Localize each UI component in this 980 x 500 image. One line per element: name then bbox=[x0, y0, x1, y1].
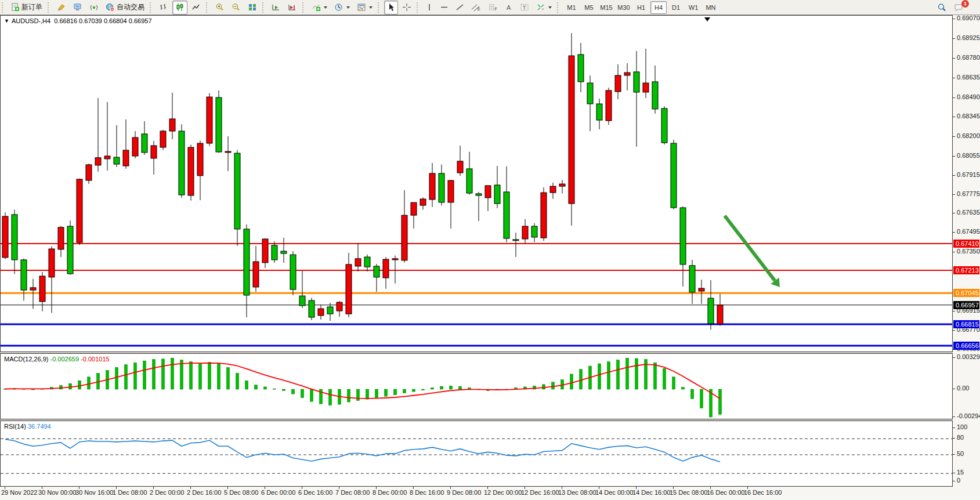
level-price-label: 0.66815 bbox=[953, 320, 979, 328]
time-tick-label: 5 Dec 08:00 bbox=[224, 489, 258, 496]
time-tick bbox=[265, 487, 265, 489]
toolbar-grip bbox=[206, 2, 210, 13]
auto-trading-button[interactable]: 自动交易 bbox=[103, 1, 147, 15]
price-tick-label: 0.67495 bbox=[957, 228, 980, 235]
crosshair-tool-button[interactable] bbox=[399, 1, 414, 15]
time-tick-label: 13 Dec 08:00 bbox=[558, 489, 596, 496]
highlighter-button[interactable] bbox=[54, 1, 69, 15]
timeframe-button-m1[interactable]: M1 bbox=[563, 1, 580, 14]
timeframe-button-mn[interactable]: MN bbox=[703, 1, 719, 14]
search-button[interactable] bbox=[934, 1, 950, 15]
timeframe-button-d1[interactable]: D1 bbox=[668, 1, 684, 14]
channel-tool-button[interactable]: E bbox=[468, 1, 484, 15]
time-tick bbox=[302, 487, 302, 489]
price-tick-label: 0.67915 bbox=[957, 171, 980, 178]
macd-canvas[interactable] bbox=[1, 354, 952, 419]
time-tick bbox=[636, 487, 637, 489]
rsi-axis-label: 80 bbox=[957, 434, 964, 441]
arrows-tool-button[interactable] bbox=[533, 1, 555, 15]
time-tick-label: 7 Dec 08:00 bbox=[335, 489, 370, 496]
timeframe-button-m15[interactable]: M15 bbox=[598, 1, 614, 14]
time-tick bbox=[5, 487, 5, 489]
cursor-tool-button[interactable] bbox=[384, 1, 398, 15]
vertical-line-tool-button[interactable] bbox=[423, 1, 436, 15]
timeframe-button-w1[interactable]: W1 bbox=[685, 1, 701, 14]
chart-shift-button[interactable] bbox=[285, 1, 300, 15]
timeframe-button-h4[interactable]: H4 bbox=[650, 1, 667, 14]
trend-arrow[interactable] bbox=[725, 216, 775, 281]
horizontal-line-tool-button[interactable] bbox=[437, 1, 451, 15]
rsi-axis-label: 0 bbox=[957, 477, 960, 484]
chart-title: ▼AUDUSD-,H4 0.66816 0.67039 0.66804 0.66… bbox=[4, 17, 152, 24]
time-tick bbox=[562, 487, 562, 489]
indicators-button[interactable] bbox=[309, 1, 330, 15]
text-tool-button[interactable]: A bbox=[502, 1, 516, 15]
periods-button[interactable] bbox=[331, 1, 353, 15]
price-tick-label: 0.67775 bbox=[957, 190, 980, 197]
time-tick-label: 29 Nov 2022 bbox=[1, 489, 37, 496]
main-chart-panel[interactable]: ▼AUDUSD-,H4 0.66816 0.67039 0.66804 0.66… bbox=[0, 15, 953, 352]
zoom-in-button[interactable] bbox=[212, 1, 227, 15]
time-tick-label: 15 Dec 08:00 bbox=[670, 489, 707, 496]
axis-tick bbox=[953, 194, 955, 195]
time-tick-label: 1 Dec 08:00 bbox=[113, 489, 147, 496]
time-tick bbox=[190, 487, 191, 489]
templates-button[interactable] bbox=[354, 1, 375, 15]
axis-tick bbox=[953, 330, 955, 331]
time-tick bbox=[376, 487, 377, 489]
timeframe-button-m30[interactable]: M30 bbox=[616, 1, 632, 14]
new-order-button[interactable]: 新订单 bbox=[8, 1, 45, 15]
time-tick-label: 14 Dec 00:00 bbox=[595, 489, 633, 496]
timeframe-group: M1M5M15M30H1H4D1W1MN bbox=[563, 1, 719, 14]
time-tick-label: 30 Nov 00:00 bbox=[38, 489, 76, 496]
timeframe-button-h1[interactable]: H1 bbox=[633, 1, 649, 14]
terminal-button[interactable] bbox=[70, 1, 85, 15]
bid-price-label: 0.66957 bbox=[953, 301, 979, 309]
tile-windows-icon bbox=[248, 3, 257, 12]
collapse-triangle-icon[interactable]: ▼ bbox=[4, 18, 9, 24]
time-tick-label: 12 Dec 00:00 bbox=[484, 489, 522, 496]
fibonacci-tool-button[interactable]: F bbox=[485, 1, 501, 15]
signal-icon bbox=[89, 3, 99, 12]
macd-panel[interactable]: MACD(12,26,9) -0.002659 -0.001015 bbox=[0, 353, 953, 419]
rsi-axis-label: 100 bbox=[957, 423, 967, 430]
bar-chart-icon bbox=[159, 3, 168, 12]
time-tick bbox=[487, 487, 488, 489]
time-tick bbox=[42, 487, 42, 489]
axis-tick bbox=[953, 389, 955, 389]
bar-chart-button[interactable] bbox=[156, 1, 171, 15]
price-chart-canvas[interactable] bbox=[1, 16, 952, 352]
templates-caret-icon bbox=[369, 6, 373, 9]
auto-scroll-button[interactable] bbox=[269, 1, 284, 15]
equidistant-channel-icon: E bbox=[471, 3, 481, 12]
signal-button[interactable] bbox=[86, 1, 102, 15]
rsi-panel[interactable]: RSI(14) 36.7494 bbox=[0, 421, 953, 487]
trendline-tool-button[interactable] bbox=[453, 1, 467, 15]
toolbar-grip bbox=[378, 2, 382, 13]
macd-axis-label: -0.002942 bbox=[957, 412, 980, 419]
price-tick-label: 0.69070 bbox=[957, 15, 980, 21]
line-chart-button[interactable] bbox=[189, 1, 204, 15]
chart-symbol-period: AUDUSD-,H4 bbox=[12, 17, 50, 24]
auto-scroll-icon bbox=[272, 3, 281, 12]
zoom-out-button[interactable] bbox=[229, 1, 244, 15]
axis-tick bbox=[953, 156, 955, 157]
tile-windows-button[interactable] bbox=[245, 1, 260, 15]
price-axis[interactable]: 0.690700.689250.687800.686350.684900.683… bbox=[953, 15, 980, 487]
time-tick bbox=[747, 487, 748, 489]
chat-button[interactable]: 1 bbox=[951, 1, 976, 15]
axis-tick bbox=[953, 38, 955, 39]
timeframe-button-m5[interactable]: M5 bbox=[581, 1, 597, 14]
text-label-tool-button[interactable]: T bbox=[517, 1, 532, 15]
axis-tick bbox=[953, 117, 955, 117]
axis-tick bbox=[953, 481, 955, 481]
time-axis[interactable]: 29 Nov 202230 Nov 00:0030 Nov 16:001 Dec… bbox=[0, 487, 980, 500]
candlestick-chart-button[interactable] bbox=[172, 1, 187, 15]
macd-label: MACD(12,26,9) -0.002659 -0.001015 bbox=[4, 356, 110, 363]
time-tick-label: 12 Dec 16:00 bbox=[521, 489, 559, 496]
time-tick bbox=[450, 487, 451, 489]
price-tick-label: 0.68200 bbox=[957, 132, 980, 139]
chart-ohlc-values: 0.66816 0.67039 0.66804 0.66957 bbox=[54, 17, 151, 24]
axis-tick bbox=[953, 213, 955, 213]
rsi-canvas[interactable] bbox=[1, 421, 952, 486]
